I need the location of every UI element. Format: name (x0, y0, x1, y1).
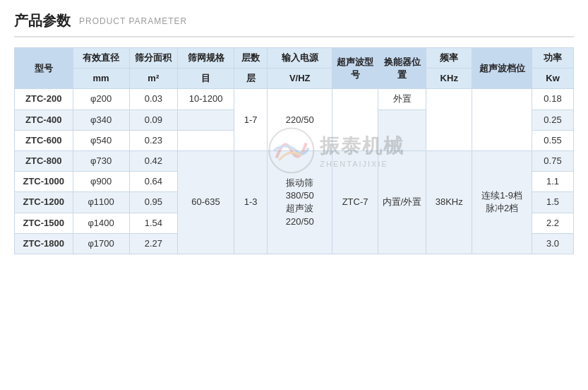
table-cell: ZTC-600 (15, 130, 73, 150)
table-cell: φ540 (73, 130, 129, 150)
col-header-gear: 超声波档位 (472, 48, 532, 89)
table-cell: 3.0 (532, 233, 574, 254)
table-cell: 2.2 (532, 213, 574, 233)
table-cell: 0.23 (129, 130, 177, 150)
table-cell: 连续1-9档脉冲2档 (472, 150, 532, 254)
table-cell: ZTC-1000 (15, 172, 73, 192)
table-cell: φ340 (73, 110, 129, 130)
col-subheader-layer-unit: 层 (234, 69, 268, 89)
col-subheader-m2: m² (129, 69, 177, 89)
col-header-watt: 功率 (532, 48, 574, 69)
table-cell: 0.09 (129, 110, 177, 130)
table-cell: 0.25 (532, 110, 574, 130)
col-header-frequency: 频率 (426, 48, 472, 69)
table-cell: 1.1 (532, 172, 574, 192)
table-cell: ZTC-400 (15, 110, 73, 130)
page-header: 产品参数 PRODUCT PARAMETER (14, 11, 574, 37)
table-cell: 0.18 (532, 89, 574, 110)
col-header-model: 型号 (15, 48, 73, 89)
table-cell (378, 110, 426, 150)
table-cell: 220/50 (268, 89, 332, 151)
table-cell (332, 89, 378, 151)
table-cell: 10-1200 (177, 89, 234, 110)
table-cell: 内置/外置 (378, 150, 426, 254)
table-cell: 0.55 (532, 130, 574, 150)
col-subheader-mm: mm (73, 69, 129, 89)
page-title-cn: 产品参数 (14, 11, 71, 30)
table-cell: 60-635 (177, 150, 234, 254)
col-subheader-khz: KHz (426, 69, 472, 89)
table-cell: ZTC-1800 (15, 233, 73, 254)
table-cell (177, 110, 234, 130)
table-cell: ZTC-1200 (15, 192, 73, 213)
table-cell: 0.75 (532, 150, 574, 171)
col-header-mesh: 筛网规格 (177, 48, 234, 69)
table-cell: φ1400 (73, 213, 129, 233)
table-cell: 外置 (378, 89, 426, 110)
col-header-power-input: 输入电源 (268, 48, 332, 69)
table-cell: φ730 (73, 150, 129, 171)
table-row: ZTC-200φ2000.0310-12001-7220/50外置0.18 (15, 89, 574, 110)
col-subheader-vhz: V/HZ (268, 69, 332, 89)
product-params-table: 型号 有效直径 筛分面积 筛网规格 层数 输入电源 超声波型号 换能器位置 频率… (14, 47, 574, 254)
table-cell: ZTC-7 (332, 150, 378, 254)
table-cell: φ1700 (73, 233, 129, 254)
table-cell (426, 89, 472, 151)
page-title-en: PRODUCT PARAMETER (79, 16, 187, 26)
table-cell: 0.03 (129, 89, 177, 110)
params-table-wrapper: 振泰机械 ZHENTAIJIXIE 型号 有效直径 筛分面积 筛网规格 层数 输… (14, 47, 574, 254)
table-row: ZTC-800φ7300.4260-6351-3振动筛380/50超声波220/… (15, 150, 574, 171)
table-cell: ZTC-200 (15, 89, 73, 110)
table-cell: 38KHz (426, 150, 472, 254)
col-subheader-kw: Kw (532, 69, 574, 89)
table-cell: 1.54 (129, 213, 177, 233)
table-cell: 0.42 (129, 150, 177, 171)
table-cell: 2.27 (129, 233, 177, 254)
table-cell: 1-7 (234, 89, 268, 151)
col-header-area: 筛分面积 (129, 48, 177, 69)
table-cell: 1.5 (532, 192, 574, 213)
table-cell: φ900 (73, 172, 129, 192)
table-cell: φ1100 (73, 192, 129, 213)
table-cell: ZTC-1500 (15, 213, 73, 233)
table-cell (177, 130, 234, 150)
col-header-layers: 层数 (234, 48, 268, 69)
col-header-ultrasonic-model: 超声波型号 (332, 48, 378, 89)
table-cell: 1-3 (234, 150, 268, 254)
table-cell: φ200 (73, 89, 129, 110)
table-cell: 振动筛380/50超声波220/50 (268, 150, 332, 254)
col-subheader-mesh-unit: 目 (177, 69, 234, 89)
col-header-diameter: 有效直径 (73, 48, 129, 69)
col-header-transducer: 换能器位置 (378, 48, 426, 89)
table-cell: 0.95 (129, 192, 177, 213)
table-cell: ZTC-800 (15, 150, 73, 171)
table-cell (472, 89, 532, 151)
table-cell: 0.64 (129, 172, 177, 192)
